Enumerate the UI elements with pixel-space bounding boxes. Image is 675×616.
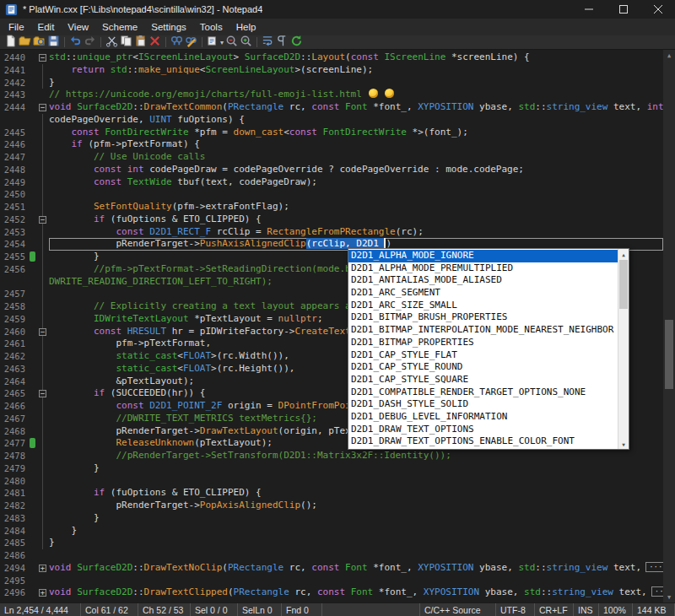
line-number[interactable]: 2452 [0,213,29,226]
line-number[interactable]: 2483 [0,512,29,525]
folded-code-ellipsis[interactable]: ··· [651,586,663,597]
line-number[interactable]: 2454 [0,238,29,251]
status-document-type[interactable]: C/C++ Source [420,603,496,616]
autocomplete-scrollbar[interactable]: ▲ ▼ [618,249,629,449]
minimize-button[interactable] [571,0,606,19]
line-number[interactable]: 2467 [0,413,29,425]
menu-edit[interactable]: Edit [31,20,62,34]
autocomplete-scroll-down-icon[interactable]: ▼ [618,439,629,449]
line-number[interactable]: 2482 [0,500,29,512]
fold-collapse-icon[interactable]: − [39,390,46,397]
menu-scheme[interactable]: Scheme [95,20,144,34]
autocomplete-item[interactable]: D2D1_DRAW_TEXT_OPTIONS [348,424,618,436]
status-file-size[interactable]: 144 KB [633,603,675,616]
autocomplete-item[interactable]: D2D1_ALPHA_MODE_PREMULTIPLIED [348,262,618,275]
cut-button[interactable] [105,36,118,49]
bookmark-marker[interactable] [29,251,37,263]
menu-settings[interactable]: Settings [144,20,193,34]
line-number[interactable]: 2458 [0,300,29,313]
find-button[interactable] [170,36,183,49]
status-column[interactable]: Col 61 / 62 [81,603,138,616]
line-number[interactable]: 2451 [0,201,29,213]
line-number[interactable]: 2496 [0,586,29,599]
autocomplete-item[interactable]: D2D1_ALPHA_MODE_IGNORE [348,250,618,262]
bookmark-marker[interactable] [29,437,37,450]
fold-collapse-icon[interactable]: − [39,104,46,111]
maximize-button[interactable] [606,0,640,19]
autocomplete-item[interactable]: D2D1_DASH_STYLE_SOLID [348,398,618,411]
line-number[interactable]: 2460 [0,326,29,338]
line-number[interactable]: 2477 [0,437,29,450]
line-number[interactable]: 2457 [0,288,29,300]
status-encoding[interactable]: UTF-8 [496,603,535,616]
autocomplete-item[interactable]: D2D1_COMPATIBLE_RENDER_TARGET_OPTIONS_NO… [348,386,618,399]
scrollbar-thumb[interactable] [665,320,673,389]
status-selection[interactable]: Sel 0 / 0 [191,603,238,616]
line-number[interactable]: 2479 [0,462,29,475]
status-line[interactable]: Ln 2,454 / 4,444 [0,603,81,616]
zoom-in-button[interactable] [240,36,252,49]
fold-collapse-icon[interactable]: − [39,216,46,224]
undo-button[interactable] [69,36,82,49]
line-number[interactable]: 2449 [0,176,29,189]
autocomplete-item[interactable]: D2D1_ARC_SIZE_SMALL [348,300,618,312]
fold-expand-icon[interactable]: + [39,589,46,597]
line-number[interactable]: 2461 [0,338,29,350]
line-number[interactable]: 2444 [0,101,29,114]
open-file-button[interactable] [19,36,31,49]
autocomplete-item[interactable]: D2D1_BITMAP_PROPERTIES [348,337,618,349]
line-number[interactable]: 2446 [0,138,29,151]
autocomplete-item[interactable]: D2D1_CAP_STYLE_SQUARE [348,374,618,386]
code-editor[interactable]: 2440−std::unique_ptr<IScreenLineLayout> … [0,50,675,602]
line-number[interactable]: 2495 [0,575,29,587]
zoom-out-button[interactable] [225,36,238,49]
replace-button[interactable] [185,36,197,49]
line-number[interactable]: 2480 [0,475,29,488]
line-number[interactable]: 2456 [0,263,29,276]
menu-help[interactable]: Help [230,20,263,34]
line-number[interactable]: 2442 [0,77,29,89]
autocomplete-item[interactable]: D2D1_BITMAP_BRUSH_PROPERTIES [348,311,618,324]
scroll-up-arrow-icon[interactable]: ▲ [663,50,675,61]
line-number[interactable]: 2462 [0,350,29,363]
fold-collapse-icon[interactable]: − [39,54,46,62]
editor-vertical-scrollbar[interactable]: ▲ ▼ [663,50,675,602]
paste-button[interactable] [134,36,147,49]
status-overtype-mode[interactable]: INS [574,603,599,616]
autocomplete-item[interactable]: D2D1_CAP_STYLE_ROUND [348,361,618,374]
line-number[interactable]: 2485 [0,537,29,549]
status-line-ending[interactable]: CR+LF [535,603,574,616]
line-number[interactable]: 2494 [0,562,29,575]
delete-button[interactable] [148,36,161,49]
line-number[interactable]: 2464 [0,376,29,388]
menu-view[interactable]: View [61,20,95,34]
line-number[interactable]: 2478 [0,450,29,462]
line-number[interactable]: 2447 [0,151,29,164]
scroll-down-arrow-icon[interactable]: ▼ [663,592,675,602]
autocomplete-item[interactable]: D2D1_ARC_SEGMENT [348,287,618,300]
status-zoom-level[interactable]: 100% [599,603,633,616]
close-button[interactable] [640,0,675,19]
line-number[interactable]: 2486 [0,549,29,562]
autocomplete-item[interactable]: D2D1_DRAW_TEXT_OPTIONS_ENABLE_COLOR_FONT [348,435,618,448]
browse-files-button[interactable] [33,36,46,49]
line-number[interactable]: 2459 [0,313,29,326]
show-whitespace-button[interactable] [276,36,289,49]
autocomplete-scrollbar-thumb[interactable] [619,260,628,309]
line-number[interactable]: 2445 [0,127,29,139]
autocomplete-item[interactable]: D2D1_BITMAP_INTERPOLATION_MODE_NEAREST_N… [348,324,618,337]
new-file-button[interactable] [4,36,17,49]
redo-button[interactable] [84,36,96,49]
autocomplete-item[interactable]: D2D1_ANTIALIAS_MODE_ALIASED [348,274,618,287]
reload-button[interactable] [290,36,303,49]
status-selected-lines[interactable]: SelLn 0 [238,603,282,616]
autocomplete-scroll-up-icon[interactable]: ▲ [618,249,629,259]
line-number[interactable]: 2453 [0,226,29,239]
autocomplete-item[interactable]: D2D1_DEBUG_LEVEL_INFORMATION [348,411,618,424]
line-number[interactable]: 2481 [0,487,29,500]
autocomplete-item[interactable]: D2D1_CAP_STYLE_FLAT [348,349,618,362]
line-number[interactable]: 2440 [0,51,29,64]
line-number[interactable]: 2448 [0,164,29,176]
word-wrap-button[interactable] [262,36,274,49]
status-character[interactable]: Ch 52 / 53 [138,603,191,616]
